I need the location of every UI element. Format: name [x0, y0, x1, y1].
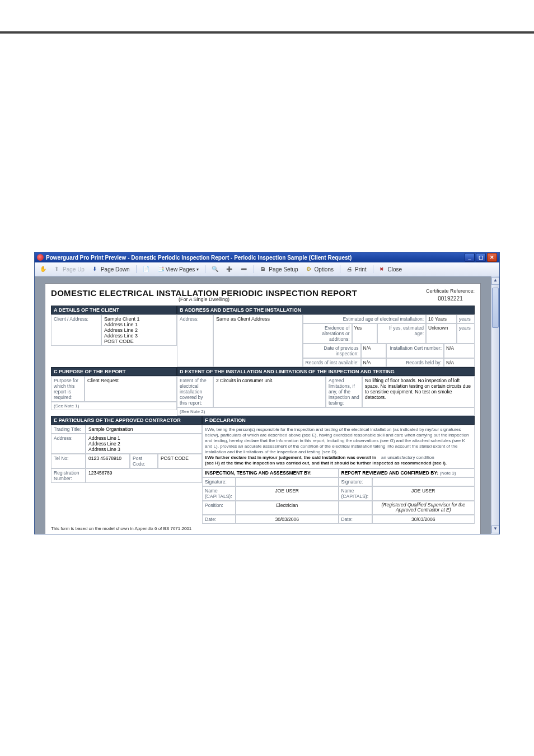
view-pages-label: View Pages: [166, 266, 195, 273]
view-pages-button[interactable]: View Pages ▾: [154, 265, 202, 274]
declaration-bold-2: (see H) at the time the inspection was c…: [205, 461, 447, 466]
install-address-label: Address:: [177, 314, 213, 367]
reg-number-value: 123456789: [86, 468, 202, 483]
minimize-button[interactable]: _: [465, 253, 475, 262]
hand-tool-button[interactable]: [37, 265, 49, 274]
scroll-up-button[interactable]: ▲: [491, 277, 499, 285]
sig-label-right: Signature:: [339, 477, 372, 486]
app-icon: [37, 254, 44, 261]
print-preview-window: Powerguard Pro Print Preview - Domestic …: [34, 252, 500, 534]
note-2: (See Note 2): [177, 407, 475, 416]
reg-number-label: Registration Number:: [51, 468, 86, 483]
evidence-value: Yes: [352, 323, 377, 344]
close-preview-button[interactable]: Close: [377, 265, 405, 274]
single-page-icon: [143, 266, 149, 273]
cert-ref-value: 00192221: [426, 295, 475, 302]
toolbar: Page Up Page Down View Pages ▾ Page Setu…: [35, 262, 499, 276]
zoom-in-button[interactable]: [223, 265, 236, 274]
arrow-up-icon: [54, 266, 61, 273]
section-a-heading: A DETAILS OF THE CLIENT: [51, 306, 177, 314]
install-cert-label: Installation Cert number:: [386, 344, 444, 358]
install-address-value: Same as Client Address: [213, 314, 303, 367]
client-line-1: Sample Client 1: [104, 316, 174, 322]
tel-label: Tel No:: [51, 454, 86, 468]
footnotes: 1) The Domestic Periodic Inspection Repo…: [51, 533, 475, 534]
name-value-left: JOE USER: [236, 486, 339, 501]
zoom-tool-button[interactable]: [209, 265, 221, 274]
est-age-value: 10 Years: [426, 314, 457, 323]
preview-viewport: DOMESTIC ELECTRICAL INSTALLATION PERIODI…: [35, 276, 499, 534]
contractor-addr-3: Address Line 3: [88, 447, 199, 452]
records-avail-value: N/A: [361, 358, 386, 367]
titlebar[interactable]: Powerguard Pro Print Preview - Domestic …: [35, 252, 499, 262]
supervisor-note: (Registered Qualified Supervisor for the…: [372, 501, 475, 515]
pos-value-left: Electrician: [236, 501, 339, 515]
postcode-label: Post Code:: [130, 454, 158, 468]
ifyes-unit: years: [457, 323, 475, 344]
inspection-by-heading: INSPECTION, TESTING AND ASSESSMENT BY:: [202, 468, 339, 477]
date-label-left: Date:: [202, 515, 236, 524]
evidence-label: Evidence of alterations or additions:: [303, 323, 352, 344]
section-d-heading: D EXTENT OF THE INSTALLATION AND LIMITAT…: [177, 367, 475, 376]
print-button[interactable]: Print: [344, 265, 369, 274]
contractor-addr-2: Address Line 2: [88, 441, 199, 447]
trading-title-label: Trading Title:: [51, 425, 86, 434]
report-page: DOMESTIC ELECTRICAL INSTALLATION PERIODI…: [45, 283, 481, 534]
options-button[interactable]: Options: [303, 265, 336, 274]
limitations-label: Agreed limitations, if any, of the inspe…: [326, 376, 362, 407]
scroll-down-button[interactable]: ▼: [491, 525, 499, 533]
purpose-value: Client Request: [85, 376, 177, 402]
prev-insp-value: N/A: [361, 344, 386, 358]
zoom-out-icon: [241, 266, 247, 273]
page-setup-label: Page Setup: [269, 266, 298, 273]
section-e-heading: E PARTICULARS OF THE APPROVED CONTRACTOR: [51, 416, 202, 425]
client-address-label: Client / Address:: [51, 314, 101, 346]
maximize-button[interactable]: ▢: [476, 253, 486, 262]
date-value-right: 30/03/2006: [372, 515, 475, 524]
window-title: Powerguard Pro Print Preview - Domestic …: [46, 255, 352, 261]
gear-icon: [306, 266, 313, 273]
arrow-down-icon: [92, 266, 99, 273]
trading-title-value: Sample Organisation: [86, 425, 202, 434]
prev-insp-label: Date of previous inspection:: [303, 344, 361, 358]
zoom-in-icon: [226, 266, 233, 273]
name-value-right: JOE USER: [372, 486, 475, 501]
footnote-1: 1) The Domestic Periodic Inspection Repo…: [51, 533, 475, 534]
name-label-left: Name (CAPITALS):: [202, 486, 236, 501]
extent-label: Extent of the electrical installation co…: [177, 376, 213, 407]
scroll-thumb[interactable]: [492, 288, 499, 328]
vertical-scrollbar[interactable]: ▲ ▼: [491, 276, 499, 534]
client-line-3: Address Line 2: [104, 327, 174, 333]
contractor-address-label: Address:: [51, 434, 86, 454]
chevron-down-icon: ▾: [196, 267, 199, 272]
client-line-5: POST CODE: [104, 339, 174, 344]
zoom-out-button[interactable]: [238, 265, 250, 274]
page-up-label: Page Up: [63, 266, 85, 273]
purpose-label: Purpose for which this report is require…: [51, 376, 85, 402]
name-label-right: Name (CAPITALS):: [339, 486, 372, 501]
ifyes-value: Unknown: [426, 323, 457, 344]
printer-icon: [346, 266, 353, 273]
single-page-button[interactable]: [140, 265, 152, 274]
limitations-value: No lifting of floor boards. No inspectio…: [362, 376, 475, 407]
declaration-condition: an unsatisfactory condition: [381, 455, 434, 460]
model-note: This form is based on the model shown in…: [51, 526, 475, 531]
cert-ref-label: Certificate Reference:: [426, 288, 475, 295]
close-label: Close: [388, 266, 402, 273]
records-held-label: Records held by:: [386, 358, 444, 367]
client-line-2: Address Line 1: [104, 322, 174, 327]
ifyes-label: If yes, estimated age:: [377, 323, 427, 344]
close-window-button[interactable]: ✕: [487, 253, 497, 262]
section-b-heading: B ADDRESS AND DETAILS OF THE INSTALLATIO…: [177, 306, 475, 314]
contractor-addr-1: Address Line 1: [88, 435, 199, 441]
date-value-left: 30/03/2006: [236, 515, 339, 524]
install-cert-value: N/A: [444, 344, 475, 358]
magnifier-icon: [212, 266, 218, 273]
date-label-right: Date:: [339, 515, 372, 524]
page-up-button[interactable]: Page Up: [51, 265, 87, 274]
page-setup-button[interactable]: Page Setup: [257, 265, 301, 274]
client-address-value: Sample Client 1 Address Line 1 Address L…: [101, 314, 177, 346]
page-down-button[interactable]: Page Down: [90, 265, 133, 274]
est-age-unit: years: [457, 314, 475, 323]
declaration-para: I/We, being the person(s) responsible fo…: [205, 427, 469, 454]
